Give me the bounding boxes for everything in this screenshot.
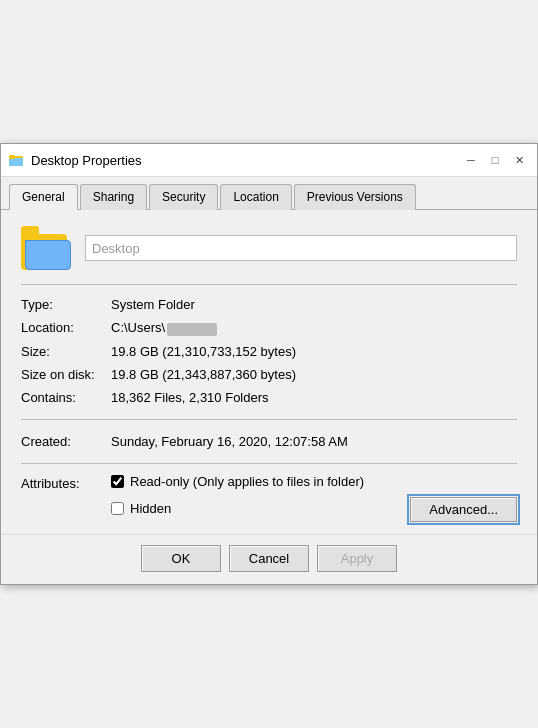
readonly-label: Read-only (Only applies to files in fold… [130, 474, 364, 489]
created-grid: Created: Sunday, February 16, 2020, 12:0… [21, 430, 517, 453]
size-on-disk-label: Size on disk: [21, 363, 111, 386]
folder-header [21, 226, 517, 270]
hidden-checkbox[interactable] [111, 502, 124, 515]
maximize-button[interactable]: □ [485, 150, 505, 170]
apply-button[interactable]: Apply [317, 545, 397, 572]
type-row: Type: System Folder [21, 293, 517, 316]
advanced-button[interactable]: Advanced... [410, 497, 517, 522]
size-value: 19.8 GB (21,310,733,152 bytes) [111, 340, 517, 363]
header-divider [21, 284, 517, 285]
contains-row: Contains: 18,362 Files, 2,310 Folders [21, 386, 517, 409]
svg-rect-2 [9, 155, 15, 159]
folder-title-icon [9, 152, 25, 168]
created-label: Created: [21, 430, 111, 453]
tab-previous-versions[interactable]: Previous Versions [294, 184, 416, 210]
hidden-label: Hidden [130, 501, 171, 516]
tab-general[interactable]: General [9, 184, 78, 210]
title-bar-left: Desktop Properties [9, 152, 142, 168]
tab-content: Type: System Folder Location: C:\Users\ … [1, 210, 537, 533]
location-label: Location: [21, 316, 111, 339]
type-value: System Folder [111, 293, 517, 316]
size-label: Size: [21, 340, 111, 363]
attributes-section: Attributes: Read-only (Only applies to f… [21, 474, 517, 522]
section-divider-1 [21, 419, 517, 420]
svg-rect-1 [9, 158, 23, 166]
readonly-row: Read-only (Only applies to files in fold… [111, 474, 517, 489]
close-button[interactable]: ✕ [509, 150, 529, 170]
folder-name-input[interactable] [85, 235, 517, 261]
tab-sharing[interactable]: Sharing [80, 184, 147, 210]
created-value: Sunday, February 16, 2020, 12:07:58 AM [111, 430, 517, 453]
tabs-container: General Sharing Security Location Previo… [1, 177, 537, 210]
readonly-checkbox[interactable] [111, 475, 124, 488]
created-row: Created: Sunday, February 16, 2020, 12:0… [21, 430, 517, 453]
attributes-label: Attributes: [21, 474, 99, 491]
folder-front [25, 240, 71, 270]
contains-label: Contains: [21, 386, 111, 409]
window-title: Desktop Properties [31, 153, 142, 168]
title-bar: Desktop Properties ─ □ ✕ [1, 144, 537, 177]
properties-grid: Type: System Folder Location: C:\Users\ … [21, 293, 517, 408]
size-on-disk-row: Size on disk: 19.8 GB (21,343,887,360 by… [21, 363, 517, 386]
ok-button[interactable]: OK [141, 545, 221, 572]
location-value: C:\Users\ [111, 316, 517, 339]
minimize-button[interactable]: ─ [461, 150, 481, 170]
type-label: Type: [21, 293, 111, 316]
title-bar-controls: ─ □ ✕ [461, 150, 529, 170]
dialog-buttons: OK Cancel Apply [1, 534, 537, 584]
contains-value: 18,362 Files, 2,310 Folders [111, 386, 517, 409]
section-divider-2 [21, 463, 517, 464]
hidden-row: Hidden [111, 501, 171, 516]
desktop-properties-dialog: Desktop Properties ─ □ ✕ General Sharing… [0, 143, 538, 584]
attributes-controls: Read-only (Only applies to files in fold… [111, 474, 517, 522]
blurred-username [167, 323, 217, 336]
folder-icon [21, 226, 73, 270]
location-row: Location: C:\Users\ [21, 316, 517, 339]
cancel-button[interactable]: Cancel [229, 545, 309, 572]
size-on-disk-value: 19.8 GB (21,343,887,360 bytes) [111, 363, 517, 386]
tab-security[interactable]: Security [149, 184, 218, 210]
size-row: Size: 19.8 GB (21,310,733,152 bytes) [21, 340, 517, 363]
tab-location[interactable]: Location [220, 184, 291, 210]
advanced-btn-wrapper: Advanced... [410, 497, 517, 522]
